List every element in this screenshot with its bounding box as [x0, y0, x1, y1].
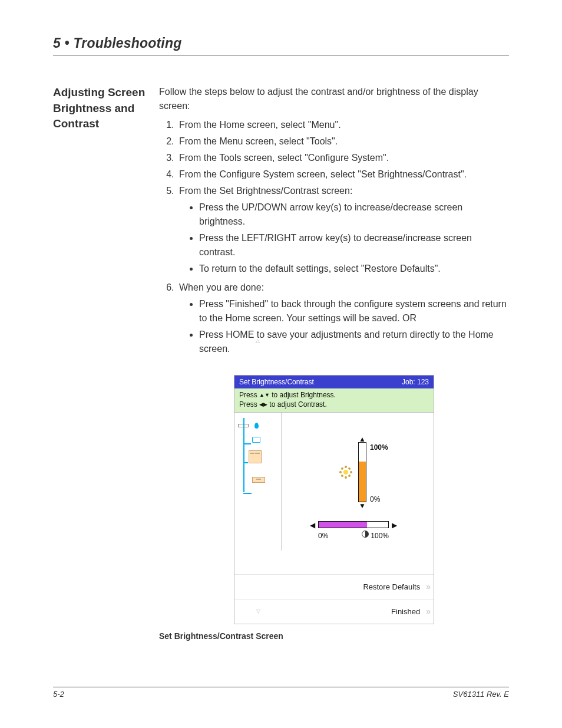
insert-icon: xxxx [252, 477, 265, 483]
finished-label: Finished [391, 606, 420, 618]
step-5-sub-2: Press the LEFT/RIGHT arrow key(s) to dec… [199, 230, 509, 261]
device-screenshot: Set Brightness/Contrast Job: 123 Press ▲… [234, 375, 434, 624]
section-heading: Adjusting Screen Brightness and Contrast [53, 85, 159, 132]
up-down-arrows-icon: ▲▼ [259, 392, 270, 398]
device-controls-panel: ▲ ▼ 100% 0% ◀ ▶ 0% [282, 413, 434, 527]
envelope-icon: xxxx xxxx [249, 450, 262, 463]
instr-2a: Press [239, 400, 259, 409]
step-4: From the Configure System screen, select… [177, 166, 509, 183]
step-3: From the Tools screen, select "Configure… [177, 150, 509, 166]
document-revision: SV61311 Rev. E [453, 690, 509, 699]
step-5-sublist: Press the UP/DOWN arrow key(s) to increa… [179, 199, 509, 277]
device-title: Set Brightness/Contrast [239, 377, 314, 387]
brightness-min-label: 0% [370, 494, 380, 505]
step-5-text: From the Set Brightness/Contrast screen: [179, 186, 352, 196]
step-2: From the Menu screen, select "Tools". [177, 133, 509, 150]
steps-list: From the Home screen, select "Menu". Fro… [159, 117, 509, 360]
restore-defaults-button[interactable]: Restore Defaults » [234, 574, 434, 599]
intro-text: Follow the steps below to adjust the con… [159, 85, 509, 113]
figure-caption: Set Brightness/Contrast Screen [159, 630, 359, 643]
step-5: From the Set Brightness/Contrast screen:… [177, 183, 509, 279]
step-5-sub-1: Press the UP/DOWN arrow key(s) to increa… [199, 199, 509, 230]
step-6-sublist: Press "Finished" to back through the con… [179, 296, 509, 357]
page-number: 5-2 [53, 690, 64, 699]
brightness-max-label: 100% [370, 442, 388, 453]
step-6: When you are done: Press "Finished" to b… [177, 279, 509, 360]
instr-1a: Press [239, 391, 259, 399]
device-job-label: Job: 123 [402, 377, 429, 387]
sun-icon [342, 468, 350, 476]
scroll-up-icon: △ [234, 337, 281, 345]
folder-icon [252, 437, 260, 443]
step-6-sub-1: Press "Finished" to back through the con… [199, 296, 509, 327]
device-body: △ xxxx xxxx xxxx [234, 413, 434, 527]
sheet-icon [238, 424, 249, 427]
device-mail-path-panel: △ xxxx xxxx xxxx [234, 413, 282, 527]
step-5-sub-3: To return to the default settings, selec… [199, 261, 509, 277]
chevrons-right-icon: » [426, 605, 429, 618]
drop-icon [254, 423, 259, 429]
chevrons-right-icon: » [426, 581, 429, 593]
page-footer: 5-2 SV61311 Rev. E [53, 687, 509, 699]
instr-2b: to adjust Contrast. [269, 400, 326, 409]
instr-1b: to adjust Brightness. [272, 391, 336, 399]
step-6-text: When you are done: [179, 282, 264, 292]
chapter-title: 5 • Troubleshooting [53, 35, 509, 55]
finished-button[interactable]: ▽ Finished » [234, 599, 434, 624]
device-header: Set Brightness/Contrast Job: 123 [234, 375, 434, 388]
brightness-slider[interactable]: ▲ ▼ 100% 0% [358, 442, 366, 502]
device-instructions: Press ▲▼ to adjust Brightness. Press ◀▶ … [234, 388, 434, 413]
left-right-arrows-icon: ◀▶ [259, 401, 267, 407]
restore-defaults-label: Restore Defaults [363, 581, 420, 593]
step-1: From the Home screen, select "Menu". [177, 117, 509, 133]
scroll-down-icon: ▽ [234, 608, 282, 616]
arrow-down-icon: ▼ [359, 500, 366, 511]
